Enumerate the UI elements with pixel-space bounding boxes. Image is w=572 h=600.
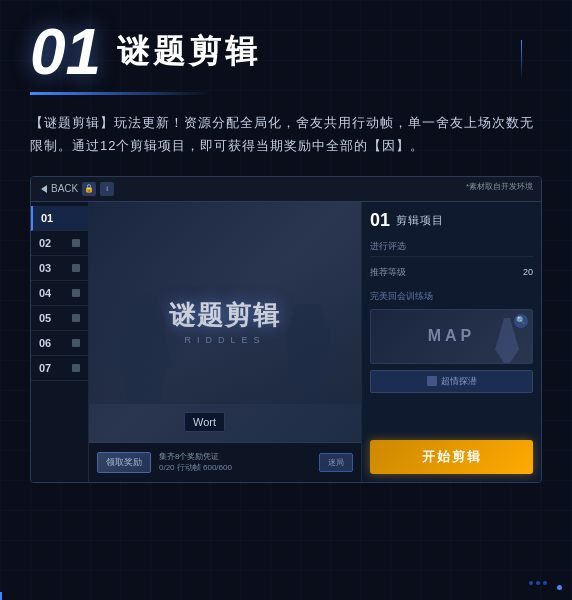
corner-bracket	[0, 592, 16, 600]
right-panel: 01 剪辑项目 进行评选 推荐等级 20 完美回会训练场 MAP 🔍	[361, 202, 541, 482]
collect-reward-button[interactable]: 领取奖励	[97, 452, 151, 473]
source-note: *素材取自开发环境	[466, 181, 533, 192]
back-label: BACK	[51, 183, 78, 194]
left-sidebar: 01 02 03 04 05 0	[31, 202, 89, 482]
lock-icon-04	[72, 289, 80, 297]
map-preview: MAP 🔍	[370, 309, 533, 364]
lock-icon-05	[72, 314, 80, 322]
section-number: 01	[30, 20, 101, 84]
search-icon[interactable]: 🔍	[514, 314, 528, 328]
header-underline	[30, 92, 210, 95]
panel-subtext: 完美回会训练场	[370, 290, 533, 303]
deco-line	[521, 40, 522, 80]
deco-dot-2	[536, 581, 540, 585]
center-content: 谜题剪辑 RIDDLES 领取奖励 集齐8个奖励凭证 0/20 行动帧 600/…	[89, 202, 361, 482]
explore-btn-label: 超情探潜	[441, 375, 477, 388]
deco-dot-3	[543, 581, 547, 585]
lock-icon-06	[72, 339, 80, 347]
description-text: 【谜题剪辑】玩法更新！资源分配全局化，舍友共用行动帧，单一舍友上场次数无限制。通…	[30, 111, 542, 158]
deco-dot-br	[557, 585, 562, 590]
page-container: 01 谜题剪辑 【谜题剪辑】玩法更新！资源分配全局化，舍友共用行动帧，单一舍友上…	[0, 0, 572, 600]
lock-icon-03	[72, 264, 80, 272]
game-background: 谜题剪辑 RIDDLES	[89, 202, 361, 442]
sidebar-num-04: 04	[39, 287, 51, 299]
back-button[interactable]: BACK 🔒 i	[41, 182, 114, 196]
deco-dot-1	[529, 581, 533, 585]
wort-badge: Wort	[184, 412, 225, 432]
sidebar-item-02[interactable]: 02	[31, 231, 88, 256]
figure-silhouette	[89, 264, 361, 404]
sidebar-num-02: 02	[39, 237, 51, 249]
panel-title: 剪辑项目	[396, 213, 444, 228]
progress-text: 0/20 行动帧 600/600	[159, 462, 311, 473]
sidebar-item-06[interactable]: 06	[31, 331, 88, 356]
sidebar-num-07: 07	[39, 362, 51, 374]
panel-info-row: 推荐等级 20	[370, 263, 533, 282]
page-title: 谜题剪辑	[117, 30, 261, 74]
screenshot-main: 01 02 03 04 05 0	[31, 202, 541, 482]
header-section: 01 谜题剪辑	[30, 20, 542, 84]
panel-info-label: 推荐等级	[370, 266, 406, 279]
sidebar-item-04[interactable]: 04	[31, 281, 88, 306]
right-panel-header: 01 剪辑项目	[370, 210, 533, 231]
reward-info-line1: 集齐8个奖励凭证	[159, 451, 311, 462]
sidebar-num-01: 01	[41, 212, 53, 224]
panel-info-value: 20	[523, 267, 533, 277]
sidebar-num-06: 06	[39, 337, 51, 349]
center-bottom-bar: 领取奖励 集齐8个奖励凭证 0/20 行动帧 600/600 迷局	[89, 442, 361, 482]
lock-icon-07	[72, 364, 80, 372]
game-screenshot: BACK 🔒 i *素材取自开发环境 01 02 03	[30, 176, 542, 483]
lock-icon-02	[72, 239, 80, 247]
panel-section-label: 进行评选	[370, 237, 533, 257]
screenshot-topbar: BACK 🔒 i *素材取自开发环境	[31, 177, 541, 202]
sidebar-item-05[interactable]: 05	[31, 306, 88, 331]
lock-icon: 🔒	[82, 182, 96, 196]
sidebar-num-05: 05	[39, 312, 51, 324]
sidebar-item-03[interactable]: 03	[31, 256, 88, 281]
sidebar-item-07[interactable]: 07	[31, 356, 88, 381]
sidebar-num-03: 03	[39, 262, 51, 274]
back-arrow-icon	[41, 185, 47, 193]
explore-button[interactable]: 超情探潜	[370, 370, 533, 393]
start-edit-button[interactable]: 开始剪辑	[370, 440, 533, 474]
bottom-decoration	[529, 581, 547, 585]
battle-button[interactable]: 迷局	[319, 453, 353, 472]
reward-info: 集齐8个奖励凭证 0/20 行动帧 600/600	[159, 451, 311, 473]
sidebar-item-01[interactable]: 01	[31, 206, 88, 231]
map-label: MAP	[428, 327, 476, 345]
info-icon: i	[100, 182, 114, 196]
panel-number: 01	[370, 210, 390, 231]
explore-icon	[427, 376, 437, 386]
